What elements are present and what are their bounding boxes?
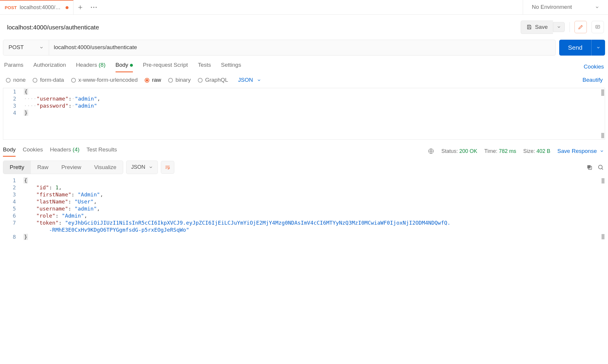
svg-point-2: [96, 7, 97, 8]
tab-params[interactable]: Params: [4, 61, 23, 72]
request-title-row: localhost:4000/users/authenticate Save: [0, 15, 608, 40]
search-response-button[interactable]: [597, 164, 604, 171]
comments-button[interactable]: [592, 21, 604, 33]
body-type-graphql[interactable]: GraphQL: [198, 76, 228, 84]
body-type-x-www-form-urlencoded[interactable]: x-www-form-urlencoded: [71, 76, 138, 84]
chevron-down-icon: [257, 78, 261, 82]
tab-authorization[interactable]: Authorization: [33, 61, 66, 72]
svg-rect-3: [596, 26, 599, 29]
send-split-button: Send: [559, 40, 605, 56]
minimap-indicator: [602, 234, 604, 239]
body-type-binary[interactable]: binary: [168, 76, 191, 84]
response-tab-headers[interactable]: Headers (4): [50, 146, 79, 156]
view-preview[interactable]: Preview: [55, 161, 88, 174]
tab-prerequest-script[interactable]: Pre-request Script: [143, 61, 188, 72]
ellipsis-icon: [91, 6, 97, 8]
save-split-button: Save: [521, 21, 565, 34]
response-language-selector[interactable]: JSON: [126, 161, 158, 174]
save-response-button[interactable]: Save Response: [557, 148, 604, 155]
minimap-indicator: [601, 89, 604, 96]
request-title: localhost:4000/users/authenticate: [7, 23, 99, 31]
response-body-viewer[interactable]: 1{ 2 "id": 1, 3 "firstName": "Admin", 4 …: [3, 177, 605, 241]
environment-selector[interactable]: No Environment: [523, 0, 608, 14]
body-active-dot-icon: [130, 64, 133, 67]
comment-icon: [595, 24, 601, 30]
save-label: Save: [535, 24, 548, 31]
url-bar-row: POST localhost:4000/users/authenticate S…: [0, 40, 608, 56]
edit-button[interactable]: [574, 21, 587, 33]
response-status: Status: 200 OK: [441, 148, 477, 155]
tab-method: POST: [5, 5, 17, 11]
pencil-icon: [578, 24, 584, 30]
response-view-segment: Pretty Raw Preview Visualize: [3, 161, 123, 174]
tab-title: localhost:4000/u…: [20, 4, 61, 11]
request-tabs: Params Authorization Headers (8) Body Pr…: [0, 56, 608, 72]
send-options-button[interactable]: [591, 40, 605, 56]
body-language-selector[interactable]: JSON: [238, 76, 261, 84]
tab-overflow-button[interactable]: [87, 0, 101, 14]
tab-tests[interactable]: Tests: [198, 61, 211, 72]
response-size: Size: 402 B: [523, 148, 550, 155]
minimap-indicator: [601, 133, 604, 138]
svg-point-0: [91, 7, 92, 8]
tab-body[interactable]: Body: [116, 61, 133, 72]
tab-headers[interactable]: Headers (8): [76, 61, 105, 72]
request-body-editor[interactable]: 1{ 2····"username":·"admin", 3····"passw…: [3, 88, 605, 140]
save-options-button[interactable]: [553, 22, 565, 32]
network-info-button[interactable]: [428, 148, 434, 154]
chevron-down-icon: [596, 46, 600, 50]
request-tab-active[interactable]: POST localhost:4000/u…: [0, 0, 74, 14]
method-url-container: POST localhost:4000/users/authenticate: [3, 40, 556, 56]
response-tab-body[interactable]: Body: [3, 146, 16, 156]
globe-icon: [428, 148, 434, 154]
tabs-bar: POST localhost:4000/u… No Environment: [0, 0, 608, 15]
headers-count: (8): [98, 62, 105, 68]
search-icon: [597, 164, 604, 171]
save-icon: [526, 24, 532, 30]
body-type-none[interactable]: none: [6, 76, 26, 84]
environment-label: No Environment: [532, 4, 572, 11]
chevron-down-icon: [39, 46, 44, 50]
svg-rect-6: [587, 165, 591, 168]
word-wrap-icon: [164, 164, 171, 170]
save-button[interactable]: Save: [521, 21, 553, 34]
word-wrap-toggle[interactable]: [161, 161, 174, 174]
view-visualize[interactable]: Visualize: [88, 161, 123, 174]
response-meta-row: Body Cookies Headers (4) Test Results St…: [0, 140, 608, 156]
url-input[interactable]: localhost:4000/users/authenticate: [49, 40, 555, 55]
response-time: Time: 782 ms: [484, 148, 516, 155]
method-selector[interactable]: POST: [3, 40, 49, 55]
minimap-indicator: [602, 178, 604, 183]
chevron-down-icon: [600, 149, 604, 153]
response-tab-test-results[interactable]: Test Results: [86, 146, 117, 156]
body-type-row: none form-data x-www-form-urlencoded raw…: [0, 72, 608, 88]
divider: [569, 22, 570, 32]
cookies-link[interactable]: Cookies: [584, 63, 604, 71]
body-type-raw[interactable]: raw: [145, 76, 161, 84]
chevron-down-icon: [595, 5, 599, 9]
svg-point-1: [93, 7, 94, 8]
copy-response-button[interactable]: [586, 164, 593, 171]
tab-settings[interactable]: Settings: [221, 61, 241, 72]
view-pretty[interactable]: Pretty: [3, 161, 31, 174]
new-tab-button[interactable]: [74, 0, 87, 14]
plus-icon: [78, 5, 83, 10]
copy-icon: [586, 164, 593, 171]
method-value: POST: [9, 44, 24, 51]
response-toolbar: Pretty Raw Preview Visualize JSON: [0, 156, 608, 177]
chevron-down-icon: [557, 25, 561, 29]
body-type-form-data[interactable]: form-data: [33, 76, 64, 84]
url-value: localhost:4000/users/authenticate: [54, 44, 137, 51]
view-raw[interactable]: Raw: [31, 161, 55, 174]
response-headers-count: (4): [73, 146, 79, 153]
response-tab-cookies[interactable]: Cookies: [23, 146, 43, 156]
chevron-down-icon: [149, 165, 153, 169]
unsaved-dot-icon: [66, 6, 69, 9]
beautify-link[interactable]: Beautify: [582, 76, 604, 84]
send-button[interactable]: Send: [559, 40, 591, 56]
